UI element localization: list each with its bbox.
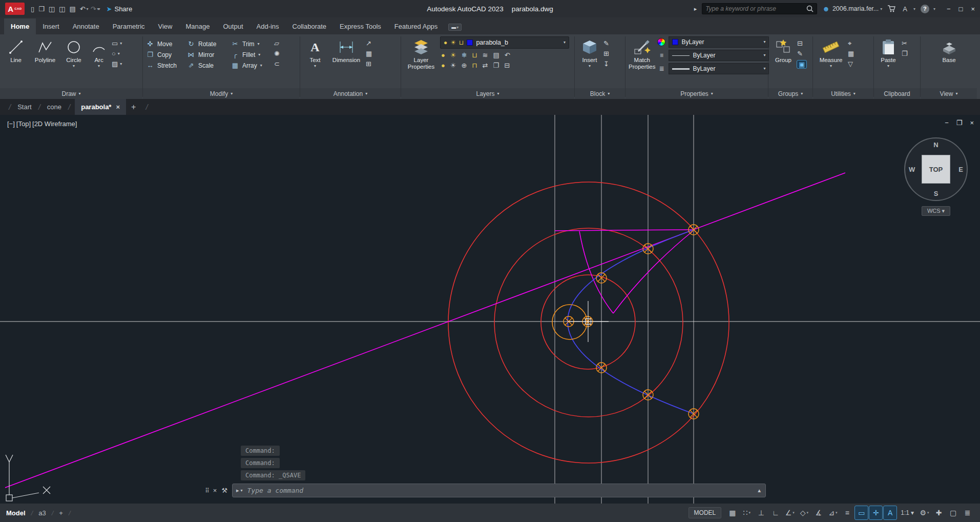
layer-previous-icon[interactable]: ↶ <box>505 51 510 59</box>
ribbon-tab-insert[interactable]: Insert <box>36 18 66 34</box>
quick-calculator-icon[interactable]: ▦ <box>848 50 854 57</box>
panel-clipboard-label[interactable]: Clipboard <box>874 88 920 99</box>
undo-dropdown-icon[interactable]: ▾ <box>87 7 89 11</box>
paste-button[interactable]: Paste ▾ <box>877 36 900 68</box>
layer-unisolate-icon[interactable]: ☀ <box>450 62 456 69</box>
command-prompt-icon[interactable]: ▸ <box>236 487 239 494</box>
copy-button[interactable]: ❐Copy <box>146 51 186 58</box>
new-file-icon[interactable]: ▯ <box>31 5 34 13</box>
text-button[interactable]: A Text ▾ <box>303 36 327 68</box>
create-block-icon[interactable]: ⊞ <box>603 50 609 57</box>
command-customize-icon[interactable]: ⚒ <box>221 487 227 494</box>
layer-select-dropdown[interactable]: ● ☀ ⊔ parabola_b ▾ <box>440 36 569 49</box>
panel-annotation-label[interactable]: Annotation ▾ <box>300 88 401 99</box>
ribbon-tab-collaborate[interactable]: Collaborate <box>286 18 333 34</box>
ortho-mode-icon[interactable]: ∟ <box>769 506 782 519</box>
layer-walk-icon[interactable]: ▤ <box>493 51 499 59</box>
layout-tab-a3[interactable]: a3 <box>38 509 46 517</box>
write-block-icon[interactable]: ↧ <box>603 61 609 67</box>
workspace-switching-icon[interactable]: ⚙▾ <box>918 506 931 519</box>
base-button[interactable]: Base <box>937 36 961 64</box>
ribbon-tab-express-tools[interactable]: Express Tools <box>333 18 388 34</box>
panel-draw-label[interactable]: Draw ▾ <box>0 88 142 99</box>
ribbon-tab-annotate[interactable]: Annotate <box>66 18 106 34</box>
ribbon-tab-view[interactable]: View <box>152 18 179 34</box>
panel-groups-label[interactable]: Groups ▾ <box>768 88 812 99</box>
chevron-down-icon[interactable]: ▾ <box>258 42 260 46</box>
layer-properties-button[interactable]: Layer Properties <box>404 36 438 70</box>
new-layout-button[interactable]: + <box>59 509 63 517</box>
panel-layers-label[interactable]: Layers ▾ <box>401 88 574 99</box>
chevron-down-icon[interactable]: ▾ <box>748 511 750 515</box>
save-as-icon[interactable]: ◫ <box>59 5 65 13</box>
ribbon-tab-output[interactable]: Output <box>216 18 249 34</box>
command-close-icon[interactable]: × <box>213 487 217 494</box>
ribbon-tab-featured-apps[interactable]: Featured Apps <box>388 18 445 34</box>
layer-thaw-icon[interactable]: ⊕ <box>462 62 467 69</box>
rectangle-icon[interactable]: ▭ <box>112 40 118 47</box>
command-dock-grip[interactable]: ⠿ <box>205 487 208 494</box>
new-drawing-tab-button[interactable]: + <box>126 99 141 115</box>
search-input[interactable] <box>705 5 804 12</box>
panel-view-label[interactable]: View ▾ <box>921 88 977 99</box>
infer-constraints-icon[interactable]: ⊥ <box>755 506 767 519</box>
chevron-down-icon[interactable]: ▾ <box>911 509 914 516</box>
move-button[interactable]: ✜Move <box>146 40 186 48</box>
snap-mode-icon[interactable]: ∷▾ <box>740 506 753 519</box>
hatch-icon[interactable]: ▨ <box>112 61 118 67</box>
chevron-down-icon[interactable]: ▾ <box>763 40 765 44</box>
search-box[interactable] <box>702 3 817 14</box>
close-button[interactable]: × <box>971 5 975 13</box>
panel-modify-label[interactable]: Modify ▾ <box>143 88 300 99</box>
object-snap-tracking-icon[interactable]: ∡ <box>812 506 825 519</box>
chevron-down-icon[interactable]: ▾ <box>120 42 122 46</box>
match-properties-button[interactable]: Match Properties <box>629 36 655 70</box>
annotation-monitor-icon[interactable]: ✚ <box>932 506 945 519</box>
expand-icon[interactable]: ▸ <box>694 6 697 12</box>
command-input-bar[interactable]: ▸ ▾ Type a command ▲ <box>232 484 766 497</box>
chevron-down-icon[interactable]: ▾ <box>836 511 838 515</box>
chevron-down-icon[interactable]: ▾ <box>241 489 243 493</box>
share-button[interactable]: ➤ Share <box>107 5 133 13</box>
help-icon[interactable]: ? <box>921 5 929 13</box>
polyline-button[interactable]: Polyline <box>31 36 59 64</box>
chevron-down-icon[interactable]: ▾ <box>564 41 566 45</box>
multileader-icon[interactable]: ↗ <box>366 40 371 47</box>
viewcube-west[interactable]: W <box>909 166 915 173</box>
file-tab-parabola-[interactable]: parabola*× <box>75 99 126 115</box>
viewport-close-button[interactable]: × <box>970 119 974 127</box>
undo-icon[interactable]: ↶ <box>80 5 86 13</box>
file-tab-cone[interactable]: cone <box>45 99 64 115</box>
ellipse-icon[interactable]: ○ <box>112 50 116 57</box>
linetype-dropdown[interactable]: ByLayer ▾ <box>669 50 769 61</box>
cart-icon[interactable] <box>887 5 895 12</box>
save-icon[interactable]: ◫ <box>49 5 55 13</box>
trim-button[interactable]: ✂Trim▾ <box>231 40 272 48</box>
viewport-visual-style-control[interactable]: [2D Wireframe] <box>32 120 77 128</box>
group-edit-icon[interactable]: ✎ <box>797 50 803 57</box>
open-file-icon[interactable]: ❒ <box>38 5 45 13</box>
viewcube-compass-ring[interactable]: N S W E TOP <box>904 137 968 201</box>
fillet-button[interactable]: ╭Fillet▾ <box>231 51 272 58</box>
ribbon-display-toggle[interactable]: ▬▾ <box>448 24 462 31</box>
viewcube-south[interactable]: S <box>934 190 939 197</box>
chevron-down-icon[interactable]: ▾ <box>258 53 260 57</box>
copy-clip-icon[interactable]: ❐ <box>902 50 908 57</box>
layer-merge-icon[interactable]: ⊟ <box>504 62 510 69</box>
layer-bulb-icon[interactable]: ● <box>444 39 447 46</box>
command-history-up-icon[interactable]: ▲ <box>757 488 762 493</box>
polar-tracking-icon[interactable]: ∠▾ <box>783 506 796 519</box>
command-input[interactable]: Type a command <box>247 487 753 494</box>
layer-freeze-icon[interactable]: ❄ <box>462 51 467 59</box>
insert-button[interactable]: Insert ▾ <box>578 36 601 68</box>
autocad-logo[interactable]: A CAD <box>5 3 25 15</box>
chevron-down-icon[interactable]: ▾ <box>589 64 591 68</box>
viewport-restore-button[interactable]: ❐ <box>956 119 963 127</box>
offset-icon[interactable]: ⊂ <box>274 61 280 67</box>
chevron-down-icon[interactable]: ▾ <box>98 64 100 68</box>
layer-lock-icon[interactable]: ⊔ <box>472 51 477 59</box>
layer-match-icon[interactable]: ≋ <box>483 51 488 59</box>
chevron-down-icon[interactable]: ▾ <box>763 67 765 71</box>
ribbon-tab-parametric[interactable]: Parametric <box>106 18 152 34</box>
ribbon-tab-home[interactable]: Home <box>4 18 36 34</box>
